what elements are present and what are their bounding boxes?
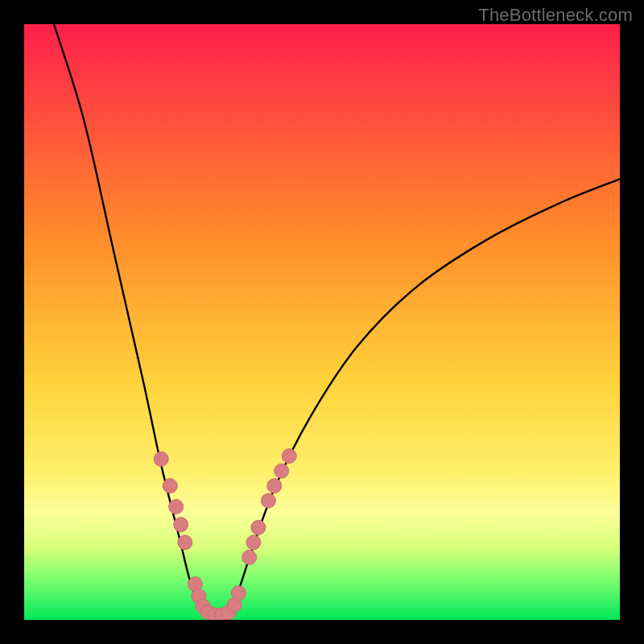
watermark-label: TheBottleneck.com [478, 5, 633, 26]
data-marker [282, 449, 296, 464]
data-marker [267, 479, 282, 493]
data-marker [174, 518, 188, 532]
chart-svg [24, 24, 620, 620]
data-marker [275, 464, 289, 478]
data-marker [231, 586, 246, 601]
data-marker [261, 493, 275, 508]
data-marker [154, 452, 168, 466]
curve-markers [154, 449, 296, 621]
data-marker [242, 550, 257, 564]
data-marker [251, 520, 266, 535]
chart-frame [24, 24, 620, 620]
data-marker [246, 535, 261, 550]
curve-right [227, 179, 620, 613]
data-marker [163, 479, 177, 493]
data-marker [178, 535, 192, 550]
data-marker [169, 499, 184, 514]
